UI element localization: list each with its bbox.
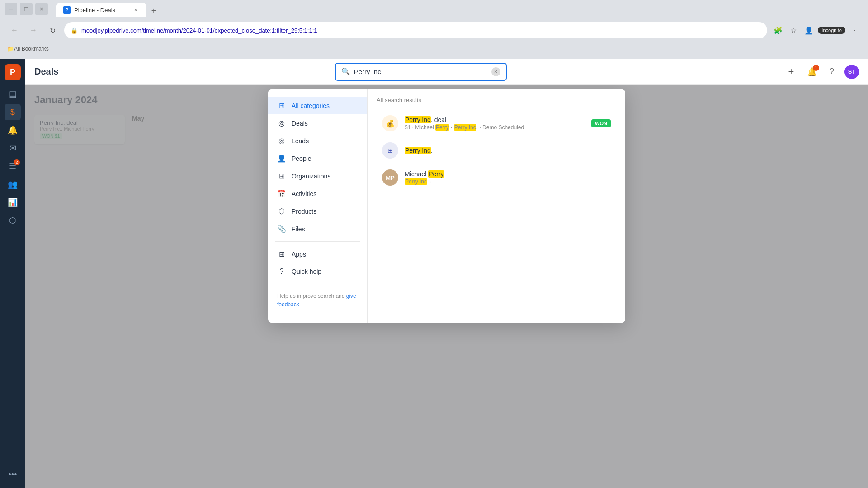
search-dropdown: ⊞ All categories ◎ Deals ◎ Leads 👤 Peopl…	[268, 89, 625, 323]
browser-controls: ─ □ ×	[5, 3, 48, 15]
search-bar[interactable]: 🔍 Perry Inc ×	[335, 63, 507, 81]
user-avatar[interactable]: ST	[844, 65, 859, 79]
category-quick-help-label: Quick help	[292, 268, 321, 275]
deal-org-highlight: Perry Inc	[454, 124, 476, 131]
tab-close-button[interactable]: ×	[132, 6, 139, 14]
new-tab-button[interactable]: +	[147, 5, 160, 17]
category-files[interactable]: 📎 Files	[268, 220, 367, 238]
category-quick-help[interactable]: ? Quick help	[268, 263, 367, 280]
org-result-content: Perry Inc.	[405, 147, 611, 154]
back-button[interactable]: ←	[7, 23, 22, 38]
category-organizations[interactable]: ⊞ Organizations	[268, 167, 367, 185]
category-activities-label: Activities	[292, 190, 316, 197]
org-title-highlight: Perry Inc	[405, 147, 431, 154]
app-logo[interactable]: P	[5, 64, 21, 80]
incognito-badge: Incognito	[818, 27, 845, 34]
maximize-button[interactable]: □	[20, 3, 33, 15]
main-content: Deals 🔍 Perry Inc × + 🔔 1 ? ST	[25, 59, 868, 488]
address-actions: 🧩 ☆ 👤 Incognito ⋮	[772, 24, 861, 37]
extensions-button[interactable]: 🧩	[772, 24, 784, 37]
leads-icon: ◎	[277, 136, 286, 145]
url-text: moodjoy.pipedrive.com/timeline/month/202…	[81, 27, 761, 34]
category-apps-label: Apps	[292, 251, 306, 258]
all-categories-icon: ⊞	[277, 101, 286, 110]
deal-result-title: Perry Inc. deal	[405, 116, 585, 123]
category-divider	[275, 241, 360, 242]
tab-bar: P Pipeline - Deals × +	[52, 1, 165, 17]
category-all-label: All categories	[292, 102, 330, 109]
minimize-button[interactable]: ─	[5, 3, 17, 15]
category-activities[interactable]: 📅 Activities	[268, 185, 367, 202]
rail-icon-reports[interactable]: 📊	[5, 194, 21, 211]
help-button[interactable]: ?	[825, 65, 839, 79]
category-leads-label: Leads	[292, 137, 309, 145]
rail-icon-products-box[interactable]: ⬡	[5, 212, 21, 229]
deal-person-suffix: ·	[449, 124, 454, 131]
menu-button[interactable]: ⋮	[848, 24, 861, 37]
tab-favicon: P	[63, 6, 71, 14]
category-deals-label: Deals	[292, 120, 308, 127]
category-deals[interactable]: ◎ Deals	[268, 114, 367, 132]
browser-titlebar: ─ □ × P Pipeline - Deals × +	[0, 0, 868, 18]
category-leads[interactable]: ◎ Leads	[268, 132, 367, 150]
bookmarks-label: 📁	[7, 46, 14, 52]
search-clear-button[interactable]: ×	[491, 67, 500, 76]
add-button[interactable]: +	[783, 64, 799, 80]
rail-icon-deals[interactable]: $	[5, 104, 21, 120]
rail-icon-pipeline[interactable]: ▤	[5, 86, 21, 102]
notification-badge: 1	[813, 65, 819, 71]
result-item-person[interactable]: MP Michael Perry Perry Inc. ·	[377, 165, 616, 190]
footer-text: Help us improve search and	[277, 293, 346, 299]
results-panel: All search results 💰 Perry Inc. deal $1 …	[368, 89, 625, 323]
rail-icon-notifications[interactable]: 🔔	[5, 122, 21, 138]
category-footer: Help us improve search and give feedback	[268, 284, 367, 315]
person-org-suffix: . ·	[427, 178, 432, 185]
results-header: All search results	[377, 97, 616, 103]
organizations-icon: ⊞	[277, 172, 286, 180]
rail-icon-more[interactable]: •••	[5, 466, 21, 483]
files-icon: 📎	[277, 225, 286, 233]
deal-person-highlight: Perry	[435, 124, 449, 131]
rail-icon-contacts[interactable]: 👥	[5, 176, 21, 192]
category-apps[interactable]: ⊞ Apps	[268, 245, 367, 263]
deal-amount: $1 · Michael	[405, 124, 435, 131]
person-title-highlight: Perry	[428, 170, 444, 178]
top-bar: Deals 🔍 Perry Inc × + 🔔 1 ? ST	[25, 59, 868, 85]
rail-icon-mail[interactable]: ✉	[5, 140, 21, 156]
profile-button[interactable]: 👤	[802, 24, 815, 37]
bookmark-button[interactable]: ☆	[787, 24, 800, 37]
result-item-org[interactable]: ⊞ Perry Inc.	[377, 138, 616, 163]
categories-panel: ⊞ All categories ◎ Deals ◎ Leads 👤 Peopl…	[268, 89, 368, 323]
deal-result-content: Perry Inc. deal $1 · Michael Perry · Per…	[405, 116, 585, 131]
page-title: Deals	[34, 66, 58, 77]
reload-button[interactable]: ↻	[45, 23, 60, 38]
people-icon: 👤	[277, 154, 286, 163]
deal-result-icon: 💰	[382, 115, 398, 131]
notifications-button[interactable]: 🔔 1	[805, 65, 819, 79]
search-icon: 🔍	[341, 67, 350, 76]
org-title-suffix: .	[431, 147, 433, 154]
bookmarks-text: All Bookmarks	[14, 46, 49, 52]
close-window-button[interactable]: ×	[35, 3, 48, 15]
lock-icon: 🔒	[71, 27, 78, 34]
quick-help-icon: ?	[277, 267, 286, 276]
activities-badge: 2	[14, 159, 20, 165]
deal-won-badge: WON	[591, 119, 611, 127]
category-organizations-label: Organizations	[292, 173, 330, 180]
result-item-deal[interactable]: 💰 Perry Inc. deal $1 · Michael Perry · P…	[377, 111, 616, 136]
category-products[interactable]: ⬡ Products	[268, 202, 367, 220]
category-products-label: Products	[292, 208, 316, 215]
address-input[interactable]: 🔒 moodjoy.pipedrive.com/timeline/month/2…	[64, 22, 767, 38]
products-icon: ⬡	[277, 207, 286, 216]
deal-title-suffix: . deal	[431, 116, 446, 123]
rail-icon-activities[interactable]: ☰ 2	[5, 158, 21, 174]
rail-bottom: •••	[5, 466, 21, 483]
search-input[interactable]: Perry Inc	[354, 68, 488, 75]
active-tab[interactable]: P Pipeline - Deals ×	[56, 3, 146, 17]
category-all[interactable]: ⊞ All categories	[268, 97, 367, 114]
bookmarks-bar: 📁 All Bookmarks	[0, 42, 868, 55]
person-result-title: Michael Perry	[405, 170, 611, 178]
category-people[interactable]: 👤 People	[268, 150, 367, 167]
icon-rail: P ▤ $ 🔔 ✉ ☰ 2 👥 📊 ⬡ •••	[0, 59, 25, 488]
forward-button[interactable]: →	[26, 23, 41, 38]
